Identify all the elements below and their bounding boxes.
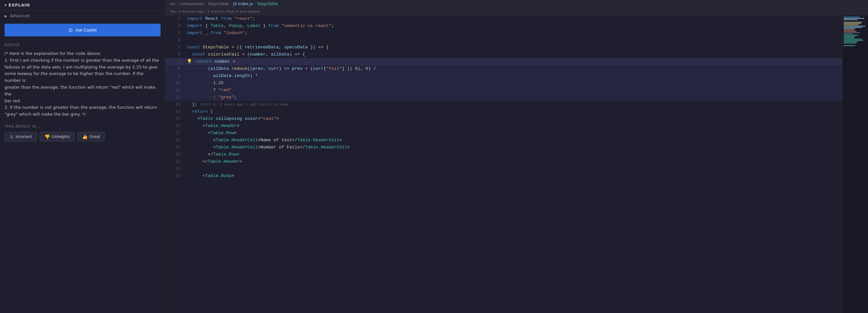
mini-line [844, 35, 859, 36]
code-line: 14 return ( [165, 108, 842, 115]
thumbs-down-icon: 👎 [44, 134, 50, 139]
code-line: 23 <Table.Body> [165, 172, 842, 179]
copilot-icon: ⊙ [68, 27, 73, 33]
code-line-selected: 8 ········(allData.reduce((prev, curr) =… [165, 65, 842, 73]
code-line-selected: 11 ··········? "red" [165, 87, 842, 94]
code-line: 1 import React from "react"; [165, 15, 842, 22]
mini-line [844, 22, 862, 23]
minimap-content [842, 15, 868, 48]
mini-line [844, 40, 863, 41]
mini-line [844, 21, 846, 22]
sep4: › [254, 2, 256, 6]
mini-line [844, 36, 855, 37]
code-line: 6 const coloriseFail = (number, allData)… [165, 51, 842, 58]
code-line: 3 import _ from "lodash"; [165, 30, 842, 37]
breadcrumb: src › components › StepsTable › JS index… [165, 0, 868, 8]
incorrect-button[interactable]: ⚠ Incorrect [4, 132, 37, 142]
code-line: 5 const StepsTable = ({ retrievedData, s… [165, 44, 842, 51]
breadcrumb-components: components [180, 2, 204, 6]
code-line: 19 <Table.HeaderCell>Number of Fails</Ta… [165, 144, 842, 151]
code-line: 17 <Table.Row> [165, 130, 842, 137]
mini-line [844, 41, 858, 42]
mini-line [844, 26, 865, 27]
code-line: 22 [165, 165, 842, 172]
advanced-label: Advanced [10, 13, 30, 18]
mini-line [844, 31, 856, 32]
mini-line [844, 30, 854, 30]
mini-line [844, 23, 861, 24]
code-line-selected: 9 ··········allData.length) * [165, 73, 842, 80]
result-text: /* Here is the explanation for the code … [4, 50, 161, 118]
code-line: 4 [165, 37, 842, 44]
code-line-highlighted: 7 💡·return number > [165, 58, 842, 65]
breadcrumb-src: src [170, 2, 176, 6]
advanced-section[interactable]: ▶ Advanced [0, 10, 165, 21]
code-line-selected: 10 ··········1.25 [165, 80, 842, 87]
code-line: 21 </Table.Header> [165, 158, 842, 165]
ask-copilot-label: Ask Copilot [75, 28, 97, 32]
ask-copilot-button[interactable]: ⊙ Ask Copilot [4, 24, 161, 36]
code-line: 2 import { Table, Popup, Label } from "s… [165, 22, 842, 30]
git-info: You, 5 minutes ago | 2 authors (Piotr K … [165, 8, 868, 15]
code-line: 18 <Table.HeaderCell>Name of test</Table… [165, 137, 842, 144]
breadcrumb-stepstable-dir: StepsTable [208, 2, 229, 6]
code-line: 16 <Table.Header> [165, 122, 842, 130]
unhelpful-label: Unhelpful [52, 134, 70, 139]
mini-line [844, 27, 862, 28]
mini-line [844, 18, 864, 19]
code-line-selected: 12 ··········: "grey"; [165, 94, 842, 101]
feedback-buttons: ⚠ Incorrect 👎 Unhelpful 👍 Great [4, 132, 161, 142]
mini-line [844, 37, 854, 38]
mini-line [844, 24, 859, 25]
result-section: RESULT /* Here is the explanation for th… [0, 39, 165, 313]
mini-line [844, 45, 855, 46]
code-line: 13 };Piotr K, 3 years ago • Add colors t… [165, 101, 842, 108]
unhelpful-button[interactable]: 👎 Unhelpful [39, 132, 74, 142]
breadcrumb-component[interactable]: StepsTable [257, 2, 278, 6]
breadcrumb-file[interactable]: JS index.js [233, 2, 253, 6]
chevron-down-icon: ▾ [4, 3, 6, 7]
minimap [842, 15, 868, 313]
explain-title: EXPLAIN [8, 3, 30, 7]
mini-line [844, 39, 862, 39]
thumbs-up-icon: 👍 [82, 134, 88, 139]
mini-line [844, 33, 853, 34]
right-panel: src › components › StepsTable › JS index… [165, 0, 868, 313]
code-editor[interactable]: 1 import React from "react"; 2 import { … [165, 15, 842, 313]
code-line: 20 </Table.Row> [165, 151, 842, 158]
incorrect-label: Incorrect [16, 134, 32, 139]
great-label: Great [90, 134, 100, 139]
sep2: › [205, 2, 207, 6]
mini-line [844, 32, 860, 33]
warning-icon: ⚠ [9, 134, 13, 139]
sep1: › [177, 2, 179, 6]
mini-line [844, 44, 846, 45]
arrow-icon: ▶ [4, 14, 7, 18]
result-label: RESULT [4, 43, 161, 47]
mini-line [844, 42, 856, 44]
explain-header: ▾ EXPLAIN [0, 0, 165, 10]
sep3: › [230, 2, 232, 6]
mini-line [844, 17, 860, 18]
great-button[interactable]: 👍 Great [77, 132, 105, 142]
code-line: 15 <Table collapsing color="teal"> [165, 115, 842, 122]
mini-line [844, 28, 855, 29]
left-panel: ▾ EXPLAIN ▶ Advanced ⊙ Ask Copilot RESUL… [0, 0, 165, 313]
this-result-label: THIS RESULT IS... [4, 124, 161, 129]
mini-line [844, 19, 858, 20]
